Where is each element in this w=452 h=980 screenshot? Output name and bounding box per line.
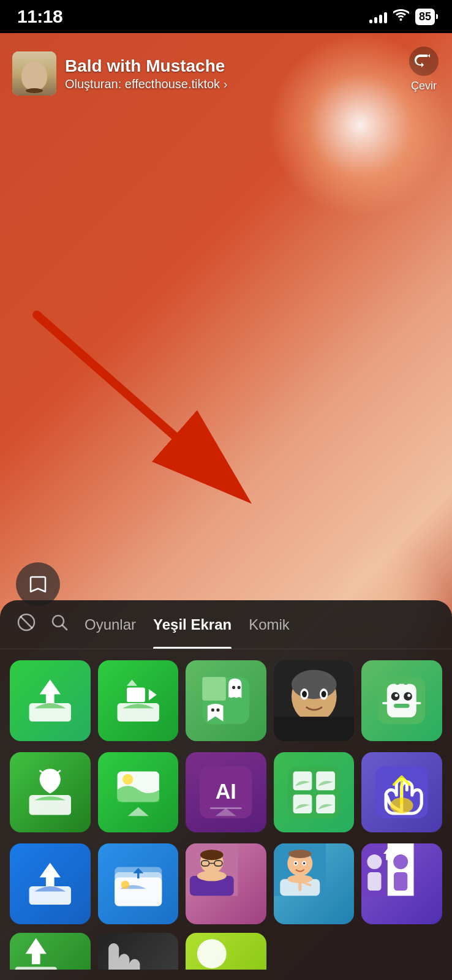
svg-point-19 xyxy=(292,670,337,699)
app-icon-face-blue-1[interactable] xyxy=(274,843,355,924)
svg-rect-75 xyxy=(394,872,407,891)
svg-point-77 xyxy=(197,939,227,968)
app-icon-green-landscape-1[interactable] xyxy=(98,752,179,833)
app-grid-row2: AI xyxy=(0,752,452,844)
app-icon-green-upload-1[interactable] xyxy=(10,660,91,741)
filter-tabs: Oyunlar Yeşil Ekran Komik xyxy=(0,600,452,649)
svg-point-72 xyxy=(367,854,382,869)
app-icon-partial-1[interactable] xyxy=(10,933,91,970)
svg-rect-32 xyxy=(396,680,400,685)
svg-text:AI: AI xyxy=(216,780,236,803)
svg-rect-42 xyxy=(293,794,312,813)
svg-point-29 xyxy=(395,694,398,697)
time-display: 11:18 xyxy=(17,6,62,27)
wifi-icon xyxy=(393,8,409,25)
app-icon-partial-2[interactable] xyxy=(98,933,179,970)
tab-komik[interactable]: Komik xyxy=(240,600,298,649)
app-icon-avatar-1[interactable] xyxy=(186,843,266,924)
svg-point-63 xyxy=(288,850,312,858)
svg-rect-33 xyxy=(404,680,409,685)
svg-line-6 xyxy=(62,625,67,630)
tab-games[interactable]: Oyunlar xyxy=(76,600,145,649)
svg-point-16 xyxy=(217,709,220,712)
svg-point-30 xyxy=(408,694,411,697)
svg-point-0 xyxy=(409,47,439,76)
svg-point-15 xyxy=(211,709,214,712)
svg-rect-76 xyxy=(15,967,57,969)
app-grid-row3 xyxy=(0,843,452,933)
bottom-panel: Oyunlar Yeşil Ekran Komik xyxy=(0,600,452,980)
svg-point-36 xyxy=(122,774,133,784)
app-icon-face-robot-1[interactable] xyxy=(361,660,442,741)
svg-rect-31 xyxy=(394,704,410,708)
status-bar: 11:18 85 xyxy=(0,0,452,33)
bald-head-preview xyxy=(21,61,47,91)
svg-rect-40 xyxy=(293,771,312,790)
camera-view: Bald with Mustache Oluşturan: effecthous… xyxy=(0,33,452,980)
app-icon-green-video-1[interactable] xyxy=(98,660,179,741)
app-icon-hand-1[interactable] xyxy=(361,752,442,833)
flip-icon xyxy=(408,45,440,77)
signal-strength xyxy=(369,10,387,23)
svg-line-4 xyxy=(20,616,32,628)
app-icon-blue-stack-1[interactable] xyxy=(98,843,179,924)
svg-rect-24 xyxy=(274,717,355,741)
svg-point-22 xyxy=(302,691,307,698)
svg-rect-73 xyxy=(368,872,382,891)
tab-search-icon[interactable] xyxy=(43,613,76,636)
svg-point-54 xyxy=(197,871,227,881)
svg-marker-10 xyxy=(148,689,156,701)
app-icon-ai-1[interactable]: AI xyxy=(186,752,266,833)
svg-rect-49 xyxy=(115,878,162,907)
svg-line-2 xyxy=(37,315,239,492)
app-icon-split-1[interactable] xyxy=(361,843,442,924)
app-icon-partial-3[interactable] xyxy=(186,933,266,970)
app-grid-row1 xyxy=(0,649,452,752)
svg-point-66 xyxy=(295,862,296,864)
app-icon-face-photo-1[interactable] xyxy=(274,660,355,741)
effect-title: Bald with Mustache xyxy=(65,56,403,76)
app-icon-ghost-1[interactable] xyxy=(186,660,266,741)
flip-camera-button[interactable]: Çevir xyxy=(408,45,440,92)
svg-point-45 xyxy=(390,797,413,813)
effect-text-area: Bald with Mustache Oluşturan: effecthous… xyxy=(65,56,403,91)
svg-point-50 xyxy=(121,881,129,889)
app-icon-blue-upload-1[interactable] xyxy=(10,843,91,924)
svg-rect-41 xyxy=(316,771,335,790)
battery-indicator: 85 xyxy=(415,9,435,25)
svg-rect-26 xyxy=(387,684,416,717)
tab-green-screen[interactable]: Yeşil Ekran xyxy=(145,600,240,649)
tab-none-icon[interactable] xyxy=(10,613,43,636)
app-icon-green-hand-1[interactable] xyxy=(10,752,91,833)
svg-rect-43 xyxy=(316,794,335,813)
svg-point-14 xyxy=(238,686,241,689)
arrow-annotation xyxy=(0,278,306,523)
status-icons: 85 xyxy=(369,8,435,25)
flip-label: Çevir xyxy=(411,80,437,92)
effect-avatar xyxy=(12,51,56,96)
svg-point-23 xyxy=(321,691,326,698)
svg-point-67 xyxy=(303,862,305,864)
app-icon-green-grid-1[interactable] xyxy=(274,752,355,833)
svg-point-13 xyxy=(232,686,235,689)
svg-point-74 xyxy=(394,854,409,869)
svg-rect-12 xyxy=(202,677,225,700)
svg-point-55 xyxy=(200,850,224,860)
app-grid-row4-partial xyxy=(0,933,452,970)
effect-info-bar: Bald with Mustache Oluşturan: effecthous… xyxy=(12,51,403,96)
svg-rect-9 xyxy=(127,687,145,702)
effect-creator: Oluşturan: effecthouse.tiktok › xyxy=(65,77,403,91)
